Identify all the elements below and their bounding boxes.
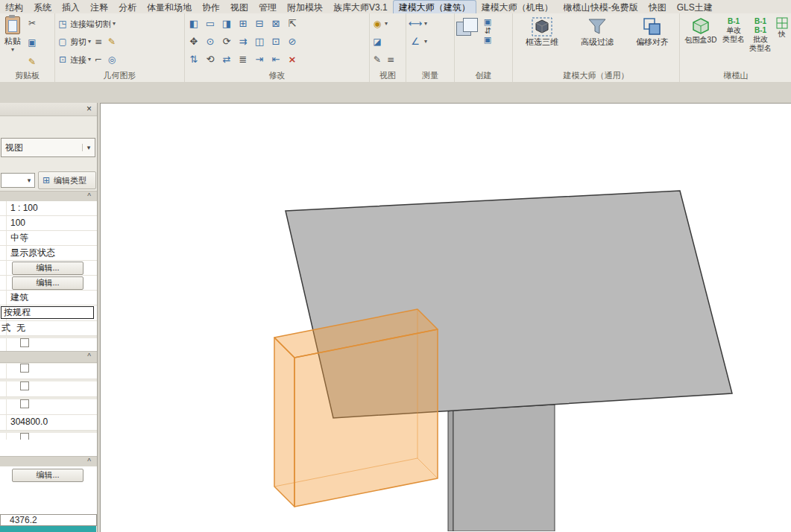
copy-icon[interactable]: ▣ xyxy=(26,35,38,50)
chevron-down-icon[interactable]: ▾ xyxy=(24,177,34,184)
measure-angle-icon[interactable]: ∠ xyxy=(408,34,423,49)
close-icon[interactable]: × xyxy=(83,104,95,114)
mirror-icon[interactable]: ⇅ xyxy=(186,52,201,67)
tab-modeling-master-arch[interactable]: 建模大师（建筑） xyxy=(393,0,476,13)
advanced-filter-button[interactable]: 高级过滤 xyxy=(570,15,625,70)
box-select-3d-button[interactable]: 框选三维 xyxy=(514,15,570,70)
chevron-down-icon[interactable]: ▾ xyxy=(82,144,95,151)
split-face-icon[interactable]: ◧ xyxy=(186,16,201,31)
join-icon[interactable]: ⊡ xyxy=(57,52,69,67)
unpin-icon[interactable]: ⊘ xyxy=(285,34,300,49)
quick-tool-button[interactable]: 快 xyxy=(774,15,790,70)
linework-icon[interactable]: ✎ xyxy=(371,52,383,67)
cut-icon[interactable]: ✂ xyxy=(26,16,38,31)
measure-dropdown-icon[interactable]: ▾ xyxy=(424,21,427,27)
section-box-icon[interactable]: ◪ xyxy=(371,34,383,49)
property-row-scale-value[interactable]: 100 xyxy=(0,216,97,231)
property-row-detail-level[interactable]: 中等 xyxy=(0,231,97,246)
property-row-far-clip-offset[interactable]: 304800.0 xyxy=(0,415,97,431)
paint-icon[interactable]: ≡ xyxy=(92,34,104,49)
copy-element-icon[interactable]: ⊙ xyxy=(203,34,218,49)
preview-icon[interactable]: ◎ xyxy=(106,52,118,67)
split-icon[interactable]: ⊡ xyxy=(268,34,283,49)
edit-button[interactable]: 编辑... xyxy=(12,469,83,482)
property-edit-field[interactable]: 按规程 xyxy=(1,306,94,319)
wall-opening-icon[interactable]: ▭ xyxy=(203,16,218,31)
checkbox[interactable] xyxy=(20,399,29,408)
paste-button[interactable]: 粘贴 ▾ xyxy=(1,15,24,70)
property-row-visibility-state[interactable]: 显示原状态 xyxy=(0,246,97,261)
join-button[interactable]: 连接 xyxy=(70,54,86,66)
rotate-ccw-icon[interactable]: ⟲ xyxy=(203,52,218,67)
batch-rename-type-button[interactable]: B-1 B-1 批改 类型名 xyxy=(747,15,774,70)
pin-icon[interactable]: ⇱ xyxy=(285,16,300,31)
tab-systems[interactable]: 系统 xyxy=(28,1,57,13)
tab-massing-site[interactable]: 体量和场地 xyxy=(142,1,197,13)
render-icon[interactable]: ◉ xyxy=(371,16,383,31)
tab-structure[interactable]: 结构 xyxy=(0,1,28,13)
type-selector[interactable]: 视图 ▾ xyxy=(1,138,95,157)
tab-collaborate[interactable]: 协作 xyxy=(197,1,225,13)
tab-view[interactable]: 视图 xyxy=(225,1,253,13)
cut-geometry-dropdown-icon[interactable]: ▾ xyxy=(88,39,91,45)
match-icon[interactable]: ≣ xyxy=(236,52,250,67)
match-properties-icon[interactable]: ✎ xyxy=(26,54,38,69)
shorten-icon[interactable]: ⇤ xyxy=(268,52,283,67)
edit-icon[interactable]: ✎ xyxy=(106,34,118,49)
single-rename-type-button[interactable]: B-1 单改 类型名 xyxy=(720,15,747,70)
view-list-icon[interactable]: ≡ xyxy=(385,52,397,67)
align-icon[interactable]: ⇄ xyxy=(219,52,234,67)
checkbox[interactable] xyxy=(20,364,29,373)
delete-icon[interactable]: × xyxy=(285,52,300,67)
trim-icon[interactable]: ◫ xyxy=(252,34,267,49)
scale-icon[interactable]: ⊠ xyxy=(268,16,283,31)
tab-gls[interactable]: GLS土建 xyxy=(672,1,718,13)
create-group-icon[interactable] xyxy=(456,18,479,37)
measure-angle-dropdown-icon[interactable]: ▾ xyxy=(424,39,427,45)
tab-modeling-master-mep[interactable]: 建模大师（机电） xyxy=(476,1,558,13)
property-row-color-scheme[interactable]: 式 无 xyxy=(0,321,97,336)
cope-button[interactable]: ◳ 连接端切割 ▾ xyxy=(57,15,183,33)
property-row-view-scale[interactable]: 1 : 100 xyxy=(0,201,97,216)
checkbox[interactable] xyxy=(20,338,29,347)
mass-left-face[interactable] xyxy=(274,338,294,507)
selected-mass-box[interactable] xyxy=(274,309,438,507)
move-icon[interactable]: ✥ xyxy=(186,34,201,49)
extend-icon[interactable]: ⇥ xyxy=(252,52,267,67)
drawing-area[interactable] xyxy=(100,103,791,532)
array-icon[interactable]: ⊞ xyxy=(236,16,250,31)
cut-geometry-icon[interactable]: ▢ xyxy=(57,34,69,49)
unarray-icon[interactable]: ⊟ xyxy=(252,16,267,31)
tab-olive-hill[interactable]: 橄榄山快模-免费版 xyxy=(558,1,643,13)
mass-front-face[interactable] xyxy=(294,329,438,507)
edit-button[interactable]: 编辑... xyxy=(12,276,83,290)
edit-type-button[interactable]: ⊞ 编辑类型 xyxy=(38,171,96,189)
column-front-face[interactable] xyxy=(453,405,555,531)
view-dropdown-icon[interactable]: ▾ xyxy=(385,21,388,27)
rotate-icon[interactable]: ⟳ xyxy=(219,34,234,49)
create-assembly-icon[interactable]: ▣ xyxy=(482,36,494,45)
demolish-icon[interactable]: ⌐ xyxy=(92,52,104,67)
property-row-discipline[interactable]: 建筑 xyxy=(0,291,97,305)
measure-distance-icon[interactable]: ⟷ xyxy=(408,16,423,31)
filter-combo[interactable]: ▾ xyxy=(1,173,35,188)
tab-manage[interactable]: 管理 xyxy=(253,1,282,13)
bounding-box-3d-button[interactable]: 包围盒3D xyxy=(681,15,720,70)
tab-family-master[interactable]: 族库大师V3.1 xyxy=(328,1,393,13)
tab-quick-draw[interactable]: 快图 xyxy=(643,1,672,13)
tab-annotate[interactable]: 注释 xyxy=(85,1,113,13)
edit-button[interactable]: 编辑... xyxy=(12,262,83,275)
offset-align-button[interactable]: 偏移对齐 xyxy=(625,15,680,70)
tab-insert[interactable]: 插入 xyxy=(57,1,85,13)
cope-dropdown-icon[interactable]: ▾ xyxy=(113,21,116,27)
tab-analyze[interactable]: 分析 xyxy=(113,1,142,13)
checkbox[interactable] xyxy=(20,381,29,390)
offset-icon[interactable]: ⇉ xyxy=(236,34,250,49)
paste-dropdown-icon[interactable]: ▾ xyxy=(11,47,14,53)
property-bottom-value-field[interactable]: 4376.2 xyxy=(0,514,97,526)
tab-addins[interactable]: 附加模块 xyxy=(282,1,328,13)
merge-icon[interactable]: ◨ xyxy=(219,16,234,31)
join-dropdown-icon[interactable]: ▾ xyxy=(88,57,91,63)
column-side-face[interactable] xyxy=(448,411,453,531)
cut-geometry-button[interactable]: 剪切 xyxy=(70,37,86,48)
